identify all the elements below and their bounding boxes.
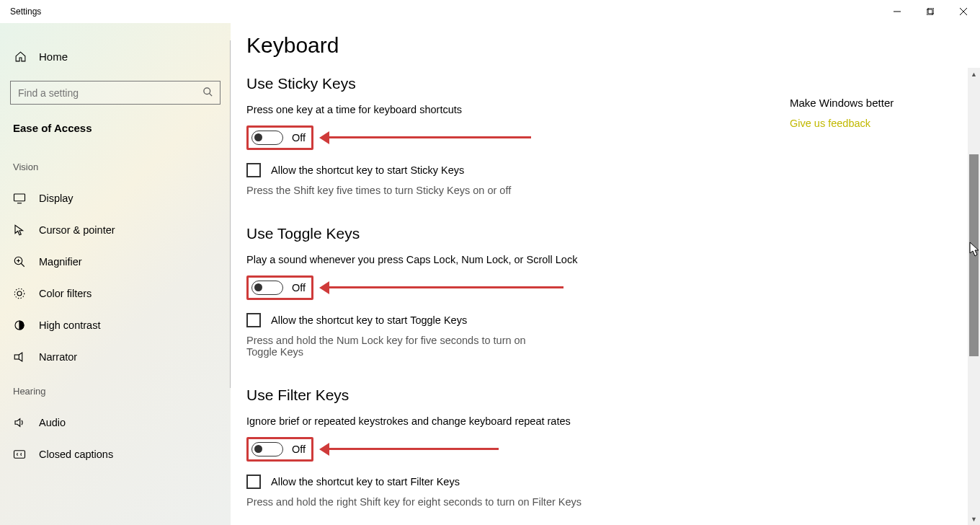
svg-point-13 xyxy=(17,291,22,296)
high-contrast-icon xyxy=(13,319,29,332)
color-filters-icon xyxy=(13,287,29,300)
sidebar: Home Ease of Access Vision Display Curso… xyxy=(0,23,231,525)
toggle-keys-shortcut-checkbox[interactable] xyxy=(246,313,261,327)
svg-rect-2 xyxy=(928,8,934,14)
search-container xyxy=(10,81,220,105)
group-vision-label: Vision xyxy=(0,149,231,182)
filter-keys-checkbox-label: Allow the shortcut key to start Filter K… xyxy=(271,476,460,488)
nav-item-label: Magnifier xyxy=(39,256,82,268)
close-button[interactable] xyxy=(947,0,980,23)
nav-display[interactable]: Display xyxy=(0,182,231,214)
svg-line-6 xyxy=(209,93,212,96)
filter-keys-toggle[interactable] xyxy=(251,442,283,456)
toggle-knob xyxy=(254,445,262,453)
magnifier-icon xyxy=(13,255,29,268)
nav-high-contrast[interactable]: High contrast xyxy=(0,309,231,341)
category-title: Ease of Access xyxy=(0,118,231,149)
nav-item-label: Narrator xyxy=(39,351,77,363)
toggle-keys-toggle[interactable] xyxy=(251,281,283,295)
right-column-title: Make Windows better xyxy=(790,97,948,109)
toggle-keys-checkbox-label: Allow the shortcut key to start Toggle K… xyxy=(271,314,467,326)
home-icon xyxy=(14,50,29,63)
group-hearing-label: Hearing xyxy=(0,373,231,407)
maximize-icon xyxy=(927,8,934,15)
window-controls xyxy=(881,0,980,23)
maximize-button[interactable] xyxy=(914,0,947,23)
annotation-outline: Off xyxy=(246,275,313,300)
sticky-keys-toggle[interactable] xyxy=(251,131,283,145)
narrator-icon xyxy=(13,350,29,363)
nav-item-label: Display xyxy=(39,193,74,204)
filter-keys-hint: Press and hold the right Shift key for e… xyxy=(246,496,679,508)
right-column: Make Windows better Give us feedback xyxy=(790,97,948,129)
titlebar: Settings xyxy=(0,0,980,23)
nav-item-label: Color filters xyxy=(39,288,92,299)
annotation-outline: Off xyxy=(246,437,313,462)
filter-keys-toggle-state: Off xyxy=(292,444,306,455)
svg-rect-7 xyxy=(14,194,25,201)
sticky-keys-toggle-state: Off xyxy=(292,132,306,144)
filter-keys-desc: Ignore brief or repeated keystrokes and … xyxy=(246,415,967,427)
page-title: Keyboard xyxy=(246,33,967,58)
nav-home-label: Home xyxy=(39,50,68,63)
sticky-keys-checkbox-label: Allow the shortcut key to start Sticky K… xyxy=(271,164,464,176)
nav-home[interactable]: Home xyxy=(0,43,231,70)
window-title: Settings xyxy=(0,6,41,17)
filter-keys-shortcut-checkbox[interactable] xyxy=(246,475,261,489)
svg-rect-17 xyxy=(14,451,25,459)
sticky-keys-shortcut-checkbox[interactable] xyxy=(246,163,261,177)
minimize-button[interactable] xyxy=(881,0,914,23)
svg-point-5 xyxy=(204,88,210,94)
display-icon xyxy=(13,192,29,205)
filter-keys-title: Use Filter Keys xyxy=(246,387,967,404)
search-icon xyxy=(202,87,213,100)
toggle-knob xyxy=(254,133,262,141)
nav-item-label: Cursor & pointer xyxy=(39,224,115,236)
nav-narrator[interactable]: Narrator xyxy=(0,341,231,373)
svg-line-10 xyxy=(21,263,24,267)
feedback-link[interactable]: Give us feedback xyxy=(790,118,948,129)
toggle-keys-title: Use Toggle Keys xyxy=(246,225,967,242)
svg-rect-1 xyxy=(927,9,932,15)
cursor-icon xyxy=(13,224,29,237)
toggle-knob xyxy=(254,283,262,291)
search-input[interactable] xyxy=(10,81,220,105)
svg-point-14 xyxy=(14,288,24,299)
audio-icon xyxy=(13,416,29,429)
toggle-keys-desc: Play a sound whenever you press Caps Loc… xyxy=(246,254,967,265)
sticky-keys-title: Use Sticky Keys xyxy=(246,75,967,92)
annotation-outline: Off xyxy=(246,125,313,150)
sidebar-divider xyxy=(230,40,231,388)
scroll-down-button[interactable]: ▼ xyxy=(968,513,980,525)
nav-item-label: High contrast xyxy=(39,319,100,331)
nav-item-label: Closed captions xyxy=(39,449,113,460)
vertical-scrollbar[interactable]: ▲ ▼ xyxy=(968,68,980,525)
nav-magnifier[interactable]: Magnifier xyxy=(0,246,231,278)
nav-cursor-pointer[interactable]: Cursor & pointer xyxy=(0,214,231,246)
sticky-keys-hint: Press the Shift key five times to turn S… xyxy=(246,185,556,196)
toggle-keys-hint: Press and hold the Num Lock key for five… xyxy=(246,335,556,358)
svg-rect-16 xyxy=(14,355,19,359)
nav-audio[interactable]: Audio xyxy=(0,407,231,438)
nav-closed-captions[interactable]: Closed captions xyxy=(0,438,231,470)
close-icon xyxy=(960,8,967,15)
mouse-cursor xyxy=(969,242,980,257)
nav-color-filters[interactable]: Color filters xyxy=(0,278,231,309)
toggle-keys-toggle-state: Off xyxy=(292,282,306,294)
nav-item-label: Audio xyxy=(39,417,66,428)
scroll-up-button[interactable]: ▲ xyxy=(968,68,980,80)
minimize-icon xyxy=(894,8,901,15)
closed-captions-icon xyxy=(13,448,29,461)
